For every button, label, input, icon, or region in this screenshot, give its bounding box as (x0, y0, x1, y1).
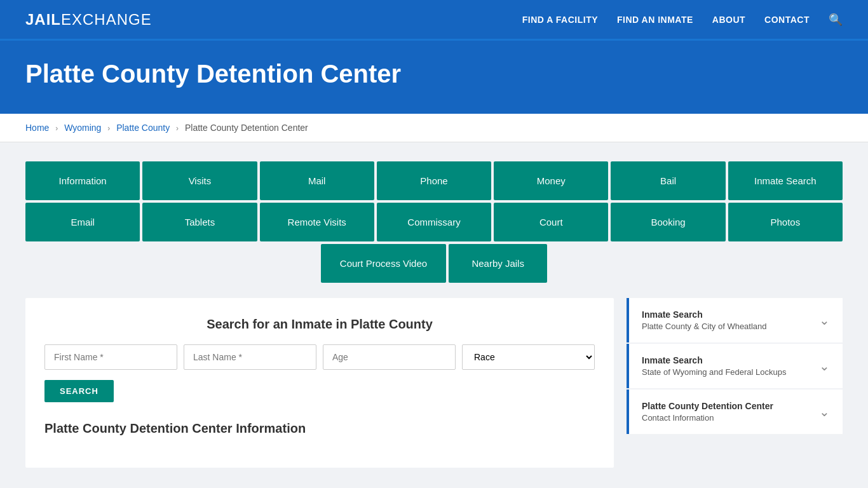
btn-mail[interactable]: Mail (260, 161, 374, 200)
btn-money[interactable]: Money (494, 161, 608, 200)
button-row-2: Email Tablets Remote Visits Commissary C… (25, 203, 843, 241)
search-title: Search for an Inmate in Platte County (44, 317, 595, 332)
content-area: Information Visits Mail Phone Money Bail… (0, 142, 868, 488)
btn-court-process-video[interactable]: Court Process Video (321, 244, 446, 283)
main-body: Search for an Inmate in Platte County Ra… (25, 298, 843, 468)
first-name-input[interactable] (44, 344, 177, 370)
breadcrumb-sep-3: › (176, 124, 179, 133)
btn-information[interactable]: Information (25, 161, 140, 200)
age-input[interactable] (323, 344, 456, 370)
inmate-search-panel: Search for an Inmate in Platte County Ra… (25, 298, 614, 468)
search-button[interactable]: SEARCH (44, 380, 114, 402)
btn-photos[interactable]: Photos (728, 203, 843, 241)
last-name-input[interactable] (184, 344, 316, 370)
chevron-down-icon-3: ⌄ (819, 404, 830, 419)
main-nav: FIND A FACILITY FIND AN INMATE ABOUT CON… (522, 13, 843, 27)
logo-jail: JAIL (25, 11, 61, 29)
btn-tablets[interactable]: Tablets (142, 203, 257, 241)
button-row-1: Information Visits Mail Phone Money Bail… (25, 161, 843, 200)
breadcrumb-sep-1: › (55, 124, 58, 133)
breadcrumb-current: Platte County Detention Center (185, 123, 308, 133)
btn-court[interactable]: Court (494, 203, 608, 241)
breadcrumb-platte-county[interactable]: Platte County (116, 123, 170, 133)
sidebar-item-3-title: Platte County Detention Center (642, 401, 773, 411)
section-heading: Platte County Detention Center Informati… (44, 421, 595, 436)
header: JAIL EXCHANGE FIND A FACILITY FIND AN IN… (0, 0, 868, 41)
btn-nearby-jails[interactable]: Nearby Jails (449, 244, 547, 283)
sidebar-item-1[interactable]: Inmate Search Platte County & City of Wh… (627, 298, 843, 342)
nav-contact[interactable]: CONTACT (764, 15, 810, 25)
sidebar-item-2-title: Inmate Search (642, 355, 787, 365)
logo[interactable]: JAIL EXCHANGE (25, 11, 152, 29)
nav-find-inmate[interactable]: FIND AN INMATE (617, 15, 693, 25)
race-select[interactable]: Race White Black Hispanic Asian Other (462, 344, 595, 370)
breadcrumb-wyoming[interactable]: Wyoming (64, 123, 101, 133)
sidebar-item-3[interactable]: Platte County Detention Center Contact I… (627, 390, 843, 434)
btn-email[interactable]: Email (25, 203, 140, 241)
sidebar-item-1-subtitle: Platte County & City of Wheatland (642, 322, 767, 331)
breadcrumb-home[interactable]: Home (25, 123, 49, 133)
sidebar-item-2-subtitle: State of Wyoming and Federal Lockups (642, 367, 787, 377)
nav-about[interactable]: ABOUT (712, 15, 745, 25)
btn-phone[interactable]: Phone (377, 161, 491, 200)
btn-commissary[interactable]: Commissary (377, 203, 491, 241)
btn-remote-visits[interactable]: Remote Visits (260, 203, 374, 241)
page-title: Platte County Detention Center (25, 60, 843, 88)
sidebar-item-2[interactable]: Inmate Search State of Wyoming and Feder… (627, 344, 843, 388)
sidebar-item-1-title: Inmate Search (642, 309, 767, 320)
button-row-3: Court Process Video Nearby Jails (25, 244, 843, 283)
btn-bail[interactable]: Bail (611, 161, 725, 200)
breadcrumb-sep-2: › (107, 124, 110, 133)
sidebar: Inmate Search Platte County & City of Wh… (627, 298, 843, 468)
search-form: Race White Black Hispanic Asian Other (44, 344, 595, 370)
chevron-down-icon-1: ⌄ (819, 313, 830, 328)
hero-section: Platte County Detention Center (0, 41, 868, 114)
search-icon-button[interactable]: 🔍 (829, 13, 843, 27)
btn-inmate-search[interactable]: Inmate Search (728, 161, 843, 200)
sidebar-item-3-subtitle: Contact Information (642, 413, 773, 423)
breadcrumb: Home › Wyoming › Platte County › Platte … (0, 114, 868, 142)
btn-booking[interactable]: Booking (611, 203, 725, 241)
logo-exchange: EXCHANGE (61, 11, 152, 29)
chevron-down-icon-2: ⌄ (819, 358, 830, 374)
btn-visits[interactable]: Visits (142, 161, 257, 200)
nav-find-facility[interactable]: FIND A FACILITY (522, 15, 598, 25)
